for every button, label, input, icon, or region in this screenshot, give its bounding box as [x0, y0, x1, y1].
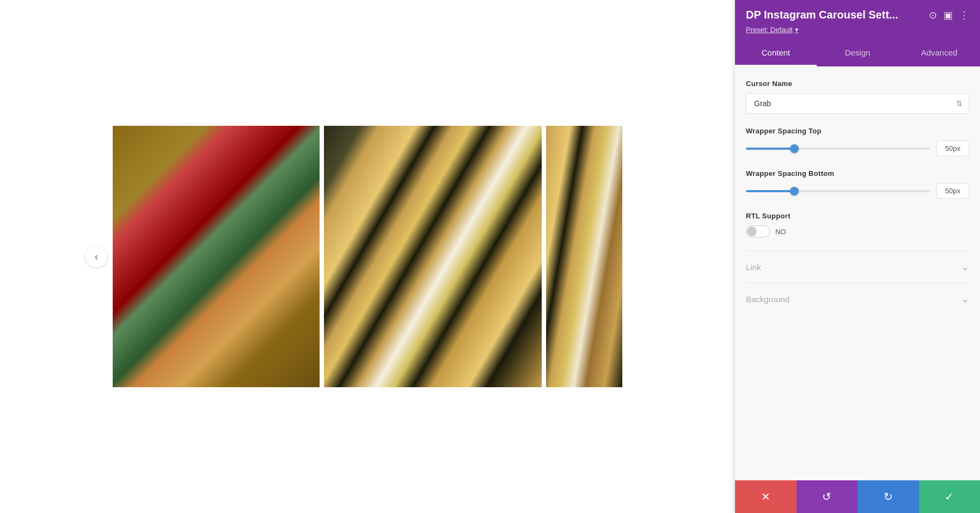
background-section-header[interactable]: Background ⌄: [746, 293, 969, 305]
wrapper-spacing-bottom-row: [746, 183, 969, 199]
wrapper-spacing-bottom-value[interactable]: [936, 183, 969, 199]
link-chevron-icon: ⌄: [961, 261, 969, 273]
carousel-image-3: [546, 126, 622, 387]
wrapper-spacing-top-slider[interactable]: [746, 148, 930, 150]
panel-actions: ✕ ↺ ↻ ✓: [735, 480, 980, 513]
wrapper-spacing-top-value[interactable]: [936, 141, 969, 156]
focus-icon[interactable]: ⊙: [929, 9, 937, 21]
canvas-area: ‹: [0, 0, 735, 513]
carousel-image-1: [113, 126, 320, 387]
panel-preset: Preset: Default ▾: [746, 26, 969, 34]
background-section-title: Background: [746, 295, 789, 304]
carousel-image-2: [324, 126, 542, 387]
tab-advanced[interactable]: Advanced: [898, 40, 980, 66]
panel-title: DP Instagram Carousel Sett...: [746, 9, 898, 21]
rtl-toggle-label: NO: [775, 228, 786, 236]
rtl-toggle-row: NO: [746, 225, 969, 237]
rtl-support-field: RTL Support NO: [746, 212, 969, 237]
rtl-toggle-switch[interactable]: [746, 225, 770, 237]
link-section-header[interactable]: Link ⌄: [746, 261, 969, 273]
carousel-images: [113, 126, 622, 387]
settings-panel: DP Instagram Carousel Sett... ⊙ ▣ ⋮ Pres…: [735, 0, 980, 513]
cursor-name-label: Cursor Name: [746, 80, 969, 88]
cursor-name-select[interactable]: Grab Auto Default Pointer Move Text Cros…: [746, 93, 969, 114]
save-button[interactable]: ✓: [919, 480, 981, 513]
redo-button[interactable]: ↻: [857, 480, 919, 513]
panel-header-icons: ⊙ ▣ ⋮: [929, 9, 969, 21]
background-section: Background ⌄: [746, 283, 969, 315]
panel-header: DP Instagram Carousel Sett... ⊙ ▣ ⋮ Pres…: [735, 0, 980, 40]
wrapper-spacing-bottom-label: Wrapper Spacing Bottom: [746, 169, 969, 178]
wrapper-spacing-top-slider-wrapper: [746, 143, 930, 154]
wrapper-spacing-bottom-slider-wrapper: [746, 186, 930, 197]
panel-content: Cursor Name Grab Auto Default Pointer Mo…: [735, 66, 980, 480]
preset-link[interactable]: Preset: Default: [746, 26, 793, 34]
tab-design[interactable]: Design: [817, 40, 898, 66]
wrapper-spacing-bottom-field: Wrapper Spacing Bottom: [746, 169, 969, 199]
wrapper-spacing-bottom-slider[interactable]: [746, 190, 930, 192]
carousel-prev-button[interactable]: ‹: [85, 246, 107, 267]
wrapper-spacing-top-row: [746, 141, 969, 156]
wrapper-spacing-top-field: Wrapper Spacing Top: [746, 127, 969, 156]
rtl-support-label: RTL Support: [746, 212, 969, 220]
preset-arrow[interactable]: ▾: [795, 26, 799, 34]
wrapper-spacing-top-label: Wrapper Spacing Top: [746, 127, 969, 135]
layout-icon[interactable]: ▣: [944, 9, 953, 21]
more-icon[interactable]: ⋮: [959, 9, 969, 21]
background-chevron-icon: ⌄: [961, 293, 969, 305]
cursor-name-field: Cursor Name Grab Auto Default Pointer Mo…: [746, 80, 969, 114]
link-section: Link ⌄: [746, 251, 969, 283]
undo-button[interactable]: ↺: [797, 480, 858, 513]
cursor-name-select-wrapper: Grab Auto Default Pointer Move Text Cros…: [746, 93, 969, 114]
cancel-button[interactable]: ✕: [735, 480, 797, 513]
carousel-container: ‹: [80, 126, 655, 387]
panel-tabs: Content Design Advanced: [735, 40, 980, 66]
tab-content[interactable]: Content: [735, 40, 817, 66]
link-section-title: Link: [746, 262, 761, 272]
